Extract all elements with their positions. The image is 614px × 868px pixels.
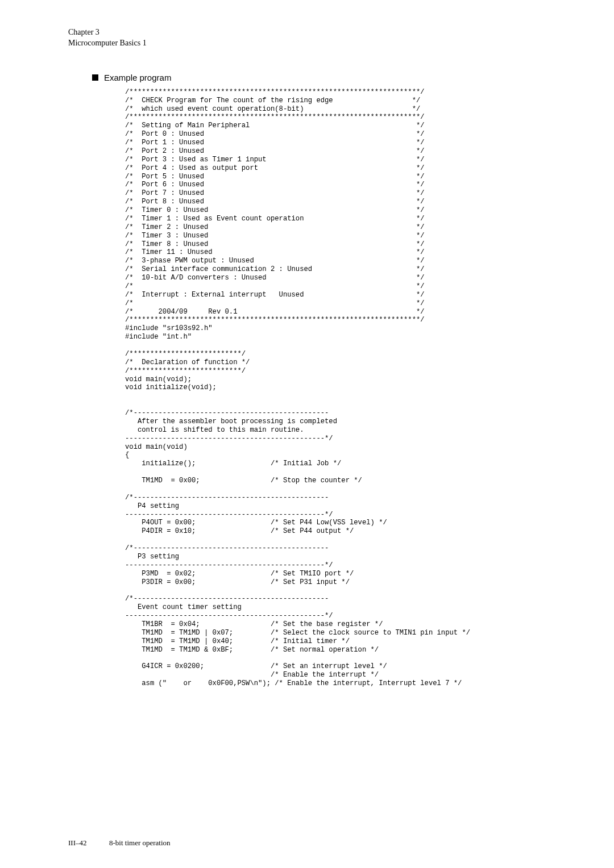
footer-title: 8-bit timer operation (109, 838, 171, 847)
section-title: Example program (104, 73, 171, 82)
code-listing: /***************************************… (125, 88, 559, 688)
section-bullet-icon (92, 74, 98, 81)
page-number: III–42 (68, 838, 109, 848)
chapter-subtitle: Microcomputer Basics 1 (68, 38, 559, 49)
chapter-label: Chapter 3 (68, 27, 559, 38)
